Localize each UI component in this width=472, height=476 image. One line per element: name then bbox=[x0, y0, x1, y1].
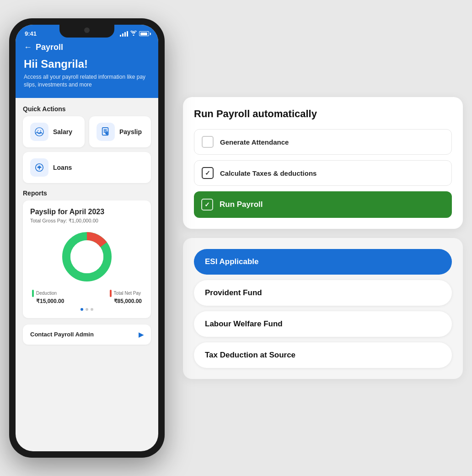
svg-point-6 bbox=[70, 240, 103, 273]
battery-icon bbox=[139, 31, 149, 36]
calculate-taxes-label: Calculate Taxes & deductions bbox=[220, 169, 316, 177]
back-arrow-icon[interactable]: ← bbox=[24, 43, 32, 52]
phone-header: ← Payroll Hii Sangrila! Access all your … bbox=[16, 40, 158, 98]
header-nav: ← Payroll bbox=[24, 43, 150, 52]
phone-mockup: 9:41 bbox=[9, 18, 165, 458]
dot-1 bbox=[80, 308, 83, 311]
status-time: 9:41 bbox=[25, 30, 37, 37]
quick-actions-section: Quick Actions Salary bbox=[23, 105, 151, 183]
deduction-legend: Deduction ₹15,000.00 bbox=[32, 290, 64, 304]
net-pay-dot bbox=[110, 290, 112, 297]
reports-section: Reports Payslip for April 2023 Total Gro… bbox=[23, 189, 151, 318]
loans-icon bbox=[30, 158, 48, 177]
dot-2 bbox=[86, 308, 88, 311]
phone-screen: 9:41 bbox=[16, 25, 158, 451]
quick-actions-title: Quick Actions bbox=[23, 105, 151, 113]
donut-chart bbox=[59, 229, 114, 284]
esi-applicable-button[interactable]: ESI Applicable bbox=[194, 249, 452, 275]
payslip-action-card[interactable]: ₹ Payslip bbox=[89, 116, 151, 147]
total-gross-text: Total Gross Pay: ₹1,00,000.00 bbox=[30, 218, 144, 224]
payslip-report-card: Payslip for April 2023 Total Gross Pay: … bbox=[23, 200, 151, 318]
greeting-text: Hii Sangrila! bbox=[24, 58, 150, 70]
deductions-panel: ESI Applicable Provident Fund Labour Wel… bbox=[183, 238, 463, 379]
quick-actions-grid: Salary ₹ Payslip bbox=[23, 116, 151, 183]
status-icons bbox=[120, 31, 149, 37]
payslip-icon: ₹ bbox=[97, 123, 115, 141]
tds-button[interactable]: Tax Deduction at Source bbox=[194, 342, 452, 368]
signal-bars-icon bbox=[120, 31, 128, 37]
provident-fund-label: Provident Fund bbox=[205, 288, 262, 298]
net-pay-legend-label: Total Net Pay bbox=[114, 291, 141, 296]
run-payroll-title: Run Payroll automatically bbox=[194, 108, 452, 120]
labour-welfare-fund-button[interactable]: Labour Welfare Fund bbox=[194, 311, 452, 337]
phone-content: Quick Actions Salary bbox=[16, 98, 158, 451]
provident-fund-button[interactable]: Provident Fund bbox=[194, 280, 452, 306]
dot-3 bbox=[91, 308, 93, 311]
reports-title: Reports bbox=[23, 189, 151, 197]
deduction-dot bbox=[32, 290, 34, 297]
salary-action-card[interactable]: Salary bbox=[23, 116, 85, 147]
subtitle-text: Access all your payroll related informat… bbox=[24, 73, 150, 89]
calculate-taxes-checkbox[interactable] bbox=[202, 167, 214, 179]
phone-camera bbox=[84, 27, 90, 33]
net-pay-legend-value: ₹85,000.00 bbox=[114, 298, 142, 304]
labour-welfare-fund-label: Labour Welfare Fund bbox=[205, 319, 283, 329]
right-panels: Run Payroll automatically Generate Atten… bbox=[183, 97, 463, 379]
generate-attendance-label: Generate Attendance bbox=[220, 138, 289, 146]
salary-icon bbox=[30, 123, 48, 141]
run-payroll-button[interactable]: Run Payroll bbox=[194, 191, 452, 218]
loans-label: Loans bbox=[53, 164, 72, 171]
calculate-taxes-item[interactable]: Calculate Taxes & deductions bbox=[194, 160, 452, 186]
svg-text:₹: ₹ bbox=[106, 132, 107, 134]
contact-admin-card[interactable]: Contact Payroll Admin ▶ bbox=[23, 325, 151, 345]
generate-attendance-item[interactable]: Generate Attendance bbox=[194, 129, 452, 155]
chart-legend: Deduction ₹15,000.00 Total Net Pay ₹85,0… bbox=[30, 290, 144, 304]
generate-attendance-checkbox[interactable] bbox=[202, 136, 214, 148]
wifi-icon bbox=[130, 31, 137, 37]
donut-chart-container bbox=[30, 229, 144, 284]
tds-label: Tax Deduction at Source bbox=[205, 351, 295, 360]
loans-action-card[interactable]: Loans bbox=[23, 152, 151, 183]
contact-admin-label: Contact Payroll Admin bbox=[30, 331, 94, 338]
deduction-legend-value: ₹15,000.00 bbox=[36, 298, 64, 304]
header-title: Payroll bbox=[36, 43, 63, 52]
salary-label: Salary bbox=[53, 128, 72, 135]
phone-body: 9:41 bbox=[9, 18, 165, 458]
esi-applicable-label: ESI Applicable bbox=[205, 257, 258, 266]
carousel-dots bbox=[30, 308, 144, 311]
deduction-legend-label: Deduction bbox=[36, 291, 57, 296]
run-payroll-panel: Run Payroll automatically Generate Atten… bbox=[183, 97, 463, 229]
net-pay-legend: Total Net Pay ₹85,000.00 bbox=[110, 290, 142, 304]
run-payroll-checkbox bbox=[201, 199, 213, 211]
payslip-report-title: Payslip for April 2023 bbox=[30, 208, 144, 216]
chevron-right-icon: ▶ bbox=[139, 331, 144, 338]
run-payroll-button-label: Run Payroll bbox=[220, 200, 263, 209]
payslip-label: Payslip bbox=[119, 128, 142, 135]
